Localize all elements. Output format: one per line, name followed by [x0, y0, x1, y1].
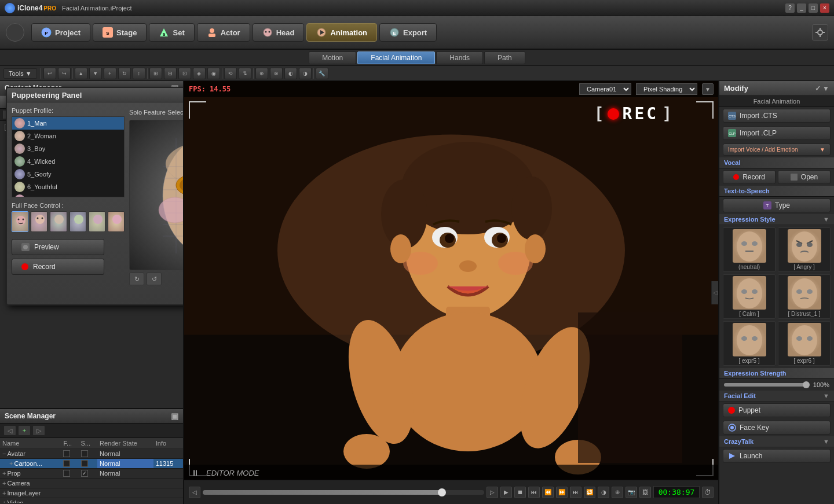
nav-stage[interactable]: S Stage	[93, 23, 147, 42]
face-thumb-4[interactable]	[70, 211, 86, 232]
crazytalk-toggle[interactable]: CrazyTalk ▼	[719, 436, 834, 447]
import-voice-btn[interactable]: Import Voice / Add Emotion ▼	[723, 144, 831, 156]
tb-t9[interactable]: ⊗	[270, 68, 283, 79]
s-checkbox[interactable]	[81, 450, 88, 457]
expression-5[interactable]: [ expr5 ]	[723, 321, 776, 366]
tb-t5[interactable]: ◉	[207, 68, 220, 79]
flag-checkbox[interactable]	[63, 450, 70, 457]
vocal-record-btn[interactable]: Record	[723, 170, 776, 184]
tb-t7[interactable]: ⇅	[239, 68, 251, 79]
import-clp-btn[interactable]: CLP Import .CLP	[723, 126, 831, 140]
tb-t8[interactable]: ⊕	[255, 68, 268, 79]
maximize-btn[interactable]: □	[809, 3, 818, 13]
strength-handle[interactable]	[803, 381, 810, 388]
tb-t3[interactable]: ⊡	[178, 68, 191, 79]
back-btn[interactable]: ⏪	[542, 487, 554, 498]
subnav-path[interactable]: Path	[484, 51, 525, 64]
table-row[interactable]: +Prop ✓ Normal	[0, 469, 183, 479]
expression-neutral[interactable]: (neutral)	[723, 227, 776, 272]
tb-undo[interactable]: ↩	[43, 68, 56, 79]
misc-btn2[interactable]: ⊕	[612, 487, 623, 498]
profile-1-man[interactable]: 1_Man	[12, 117, 124, 130]
face-thumb-2[interactable]	[31, 211, 47, 232]
profile-3-boy[interactable]: 3_Boy	[12, 142, 124, 155]
window-controls[interactable]: ? _ □ ×	[785, 3, 829, 13]
right-panel-check[interactable]: ✓	[815, 84, 821, 93]
timeline-handle[interactable]	[438, 488, 446, 496]
expression-calm[interactable]: [ Calm ]	[723, 274, 776, 319]
next-frame-btn[interactable]: ⏭	[570, 487, 581, 498]
tb-t12[interactable]: 🔧	[316, 68, 328, 79]
tb-t6[interactable]: ⟲	[224, 68, 237, 79]
face-key-btn[interactable]: Face Key	[723, 421, 831, 435]
fwd-btn[interactable]: ⏩	[556, 487, 568, 498]
shading-select[interactable]: Pixel Shading	[636, 83, 697, 95]
misc-btn4[interactable]: 🖼	[639, 487, 651, 498]
scene-next-btn[interactable]: ▷	[32, 425, 45, 436]
s-checkbox[interactable]: ✓	[81, 470, 88, 477]
flag-checkbox[interactable]	[63, 460, 70, 467]
s-checkbox[interactable]	[81, 460, 88, 467]
subnav-facial-animation[interactable]: Facial Animation	[357, 51, 435, 64]
puppet-btn[interactable]: Puppet	[723, 403, 831, 417]
face-thumb-1[interactable]	[12, 211, 28, 232]
reset-face-btn[interactable]: ↺	[147, 273, 162, 285]
tb-rotate[interactable]: ↻	[118, 68, 131, 79]
loop-btn[interactable]: 🔁	[584, 487, 595, 498]
nav-actor[interactable]: Actor	[197, 23, 250, 42]
tb-down[interactable]: ▼	[89, 68, 102, 79]
profile-7-attractive[interactable]: 7_Attractive	[12, 193, 124, 197]
tb-t4[interactable]: ◈	[193, 68, 206, 79]
misc-btn1[interactable]: ◑	[598, 487, 609, 498]
profile-list[interactable]: 1_Man 2_Woman 3_Boy	[12, 116, 125, 197]
tb-redo[interactable]: ↪	[58, 68, 71, 79]
nav-right-btn[interactable]: ▷	[487, 487, 498, 498]
tools-menu[interactable]: Tools ▼	[3, 68, 37, 79]
subnav-hands[interactable]: Hands	[436, 51, 483, 64]
expand-icon[interactable]: +	[2, 470, 6, 477]
profile-2-woman[interactable]: 2_Woman	[12, 130, 124, 142]
expand-icon[interactable]: +	[2, 490, 6, 496]
viewport[interactable]: FPS: 14.55 Camera01 Pixel Shading ▼ [ RE…	[184, 81, 718, 504]
import-cts-btn[interactable]: CTS Import .CTS	[723, 109, 831, 123]
tb-t2[interactable]: ⊟	[164, 68, 177, 79]
expand-icon[interactable]: −	[2, 450, 6, 457]
prev-frame-btn[interactable]: ⏮	[528, 487, 540, 498]
viewport-menu-btn[interactable]: ▼	[702, 83, 714, 95]
table-row[interactable]: +ImageLayer	[0, 488, 183, 498]
expression-distrust[interactable]: [ Distrust_1 ]	[778, 274, 831, 319]
record-button[interactable]: Record	[12, 259, 104, 275]
scene-table-container[interactable]: Name F... S... Render State Info −Avatar	[0, 438, 183, 503]
rotate-face-btn[interactable]: ↻	[129, 273, 144, 285]
launch-btn[interactable]: Launch	[723, 449, 831, 463]
nav-left-btn[interactable]: ◁	[189, 487, 200, 498]
tb-t10[interactable]: ◐	[284, 68, 297, 79]
subnav-motion[interactable]: Motion	[309, 51, 356, 64]
tb-up[interactable]: ▲	[75, 68, 87, 79]
tb-move[interactable]: ↕	[133, 68, 145, 79]
table-row[interactable]: +Cartoon... Normal 11315	[0, 459, 183, 469]
table-row[interactable]: +Video	[0, 498, 183, 503]
minimize-btn[interactable]: _	[797, 3, 806, 13]
nav-animation[interactable]: Animation	[306, 23, 377, 42]
face-thumb-5[interactable]	[89, 211, 105, 232]
profile-4-wicked[interactable]: 4_Wicked	[12, 155, 124, 168]
help-btn[interactable]: ?	[785, 3, 795, 13]
scene-add-btn[interactable]: +	[18, 425, 31, 436]
type-btn[interactable]: T Type	[723, 198, 831, 212]
face-thumb-6[interactable]	[108, 211, 125, 232]
profile-6-youthful[interactable]: 6_Youthful	[12, 181, 124, 193]
tb-add[interactable]: +	[104, 68, 116, 79]
expression-6[interactable]: [ expr6 ]	[778, 321, 831, 366]
table-row[interactable]: −Avatar Normal	[0, 449, 183, 459]
settings-icon[interactable]	[812, 24, 828, 41]
expression-style-toggle[interactable]: Expression Style ▼	[719, 214, 834, 225]
pause-btn[interactable]: ⏸	[191, 468, 199, 477]
expression-angry[interactable]: [ Angry ]	[778, 227, 831, 272]
nav-set[interactable]: S Set	[149, 23, 194, 42]
face-3d-preview[interactable]	[129, 120, 183, 270]
strength-slider[interactable]	[724, 383, 809, 387]
nav-export[interactable]: E Export	[379, 23, 437, 42]
right-panel-arrow[interactable]: ▼	[822, 84, 829, 93]
camera-select[interactable]: Camera01	[579, 83, 631, 95]
